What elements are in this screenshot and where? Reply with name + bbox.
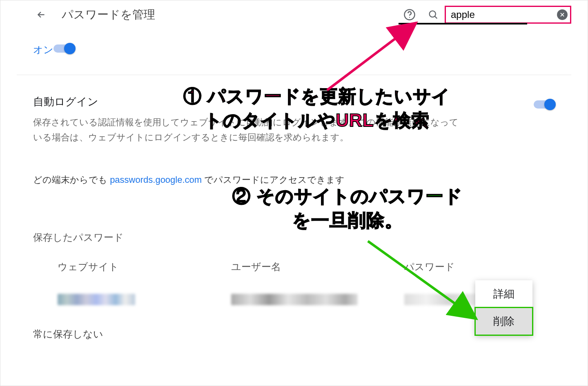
toggle-thumb [544, 99, 556, 110]
auto-login-description: 保存されている認証情報を使用してウェブサイトに自動的にログインします。この機能が… [33, 115, 462, 145]
search-icon [428, 9, 439, 20]
saved-passwords-heading: 保存したパスワード [33, 231, 555, 244]
saved-passwords-table-header: ウェブサイト ユーザー名 パスワード [33, 260, 555, 273]
auto-login-toggle[interactable] [534, 98, 555, 109]
never-save-heading: 常に保存しない [33, 328, 103, 341]
back-button[interactable] [33, 7, 49, 23]
info-suffix: でパスワードにアクセスできます [202, 175, 345, 185]
clear-search-button[interactable] [557, 9, 568, 20]
help-button[interactable] [401, 7, 418, 23]
password-row-context-menu: 詳細 削除 [475, 280, 532, 335]
search-button[interactable] [425, 7, 441, 23]
svg-point-2 [430, 11, 436, 17]
redacted-website [58, 294, 135, 305]
passwords-google-link[interactable]: passwords.google.com [110, 175, 202, 185]
toggle-thumb [64, 43, 76, 54]
redacted-username [231, 294, 358, 305]
column-header-username: ユーザー名 [231, 260, 405, 273]
passwords-settings-page: パスワードを管理 オン 自動ログイン [0, 0, 588, 386]
help-icon [403, 9, 416, 21]
search-box [445, 6, 571, 24]
search-focus-underline [399, 23, 527, 24]
offer-save-toggle[interactable] [53, 42, 75, 53]
menu-item-details[interactable]: 詳細 [475, 280, 532, 308]
column-header-website: ウェブサイト [58, 260, 231, 273]
info-prefix: どの端末からでも [33, 175, 110, 185]
on-label: オン [33, 29, 53, 67]
column-header-password: パスワード [404, 260, 530, 273]
menu-item-delete[interactable]: 削除 [475, 308, 532, 335]
password-link-info: どの端末からでも passwords.google.com でパスワードにアクセ… [33, 174, 555, 186]
page-title: パスワードを管理 [62, 7, 155, 22]
page-header: パスワードを管理 [0, 0, 588, 29]
offer-save-section: オン [0, 29, 588, 75]
redacted-password [404, 294, 478, 305]
arrow-left-icon [36, 9, 47, 20]
search-input[interactable] [450, 9, 552, 21]
svg-point-1 [409, 17, 410, 18]
auto-login-title: 自動ログイン [33, 95, 534, 109]
close-icon [559, 12, 565, 18]
